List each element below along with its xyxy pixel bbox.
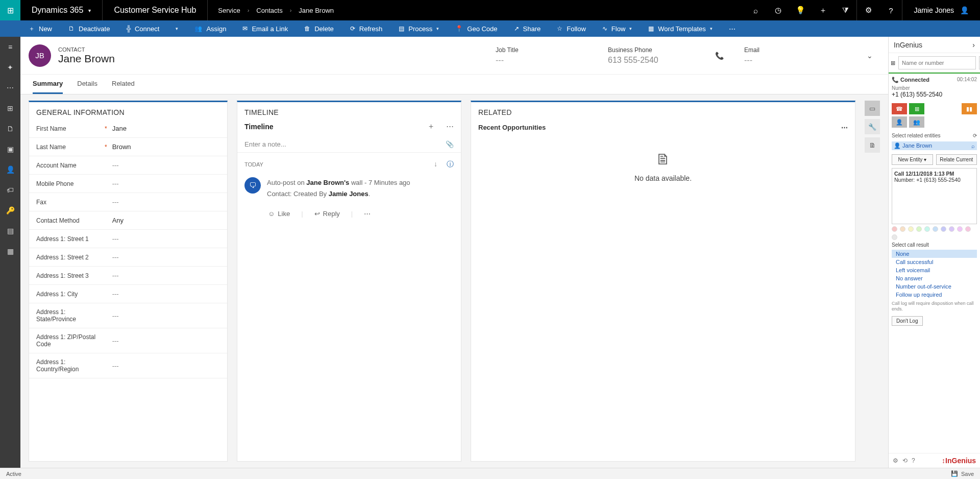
cmd-email-link[interactable]: ✉Email a Link: [234, 20, 296, 37]
connect-icon: ╬: [126, 25, 131, 32]
field-value[interactable]: Any: [112, 217, 124, 224]
breadcrumb-item[interactable]: Jane Brown: [299, 7, 334, 14]
cmd-flow[interactable]: ∿Flow▾: [594, 20, 640, 37]
task-icon[interactable]: ◷: [767, 0, 789, 20]
field-value[interactable]: ---: [112, 161, 119, 169]
call-result-option[interactable]: Left voicemail: [892, 266, 977, 274]
nav-item[interactable]: 🗋: [0, 118, 20, 139]
call-result-option[interactable]: Number out-of-service: [892, 282, 977, 291]
search-icon[interactable]: ⌕: [971, 143, 975, 149]
field-value[interactable]: ---: [112, 180, 119, 187]
nav-item[interactable]: 👤: [0, 159, 20, 180]
field-value[interactable]: Jane: [112, 125, 127, 132]
call-log[interactable]: Call 12/11/2018 1:13 PM Number: +1 (613)…: [892, 168, 977, 224]
field-value[interactable]: ---: [112, 337, 119, 345]
tab-details[interactable]: Details: [77, 80, 97, 94]
call-result-option[interactable]: Follow up required: [892, 291, 977, 299]
gear-icon[interactable]: ⚙: [893, 457, 898, 464]
field-value[interactable]: Brown: [112, 143, 131, 151]
cmd-connect-dropdown[interactable]: ▾: [167, 20, 186, 37]
field-value[interactable]: ---: [112, 312, 119, 320]
cmd-deactivate[interactable]: 🗋Deactivate: [60, 20, 118, 37]
conference-button[interactable]: 👥: [909, 116, 924, 128]
relate-current-button[interactable]: Relate Current: [936, 154, 977, 165]
call-result-option[interactable]: None: [892, 250, 977, 258]
filter-icon[interactable]: ⧩: [834, 0, 856, 20]
cmd-process[interactable]: ▤Process▾: [390, 20, 447, 37]
app-launcher-icon[interactable]: ⊞: [0, 0, 20, 20]
call-result-option[interactable]: Call successful: [892, 258, 977, 266]
like-button[interactable]: ☺Like: [268, 210, 290, 218]
nav-item[interactable]: ▤: [0, 221, 20, 241]
related-entity[interactable]: 👤 Jane Brown ⌕: [892, 141, 977, 150]
field-value[interactable]: ---: [112, 290, 119, 298]
field-value[interactable]: ---: [112, 198, 119, 206]
cmd-new[interactable]: ＋New: [20, 20, 60, 37]
nav-item[interactable]: 🏷: [0, 180, 20, 200]
tab-related[interactable]: Related: [112, 80, 135, 94]
cmd-word-templates[interactable]: ▦Word Templates▾: [640, 20, 720, 37]
dialpad-icon[interactable]: ⊞: [891, 60, 895, 66]
timeline-add[interactable]: ＋: [427, 122, 435, 131]
assist-tool[interactable]: 🗎: [865, 137, 880, 153]
hold-button[interactable]: ▮▮: [962, 103, 977, 114]
user-menu[interactable]: Jamie Jones 👤: [902, 0, 980, 20]
brand[interactable]: Dynamics 365 ▾: [20, 0, 102, 20]
nav-hamburger[interactable]: ≡: [0, 37, 20, 57]
cmd-geocode[interactable]: 📍Geo Code: [447, 20, 505, 37]
header-field-value[interactable]: ---: [744, 56, 846, 65]
lightbulb-icon[interactable]: 💡: [789, 0, 812, 20]
reply-button[interactable]: ↩Reply: [314, 210, 340, 218]
nav-item[interactable]: ⋯: [0, 78, 20, 98]
expand-icon[interactable]: ›: [972, 41, 975, 49]
field-value[interactable]: ---: [112, 362, 119, 370]
post-more[interactable]: ⋯: [364, 210, 371, 218]
assist-tool[interactable]: ▭: [865, 101, 880, 116]
assist-tool[interactable]: 🔧: [865, 119, 880, 134]
nav-item[interactable]: ▦: [0, 241, 20, 261]
help-icon[interactable]: ?: [879, 0, 902, 20]
related-more[interactable]: ⋯: [841, 124, 848, 131]
expand-header[interactable]: ⌄: [851, 52, 888, 60]
cmd-more[interactable]: ⋯: [721, 20, 744, 37]
field-value[interactable]: ---: [112, 272, 119, 279]
dial-input[interactable]: [898, 56, 976, 69]
dont-log-button[interactable]: Don't Log: [892, 316, 923, 326]
cmd-delete[interactable]: 🗑Delete: [296, 20, 342, 37]
nav-item[interactable]: 🔑: [0, 200, 20, 221]
field-value[interactable]: ---: [112, 235, 119, 243]
call-result-option[interactable]: No answer: [892, 274, 977, 282]
refresh-icon[interactable]: ⟳: [973, 133, 977, 138]
cmd-refresh[interactable]: ⟳Refresh: [342, 20, 391, 37]
cmd-assign[interactable]: 👥Assign: [186, 20, 234, 37]
phone-icon[interactable]: 📞: [715, 52, 724, 60]
hub-name[interactable]: Customer Service Hub: [103, 0, 207, 20]
hangup-button[interactable]: ☎: [892, 103, 907, 114]
transfer-button[interactable]: 👤: [892, 116, 907, 128]
note-input[interactable]: Enter a note...: [244, 140, 286, 148]
field-value[interactable]: ---: [112, 253, 119, 261]
new-entity-button[interactable]: New Entity ▾: [892, 154, 933, 165]
history-icon[interactable]: ⟲: [902, 457, 908, 464]
header-field-value[interactable]: ---: [496, 56, 598, 65]
save-button[interactable]: 💾 Save: [951, 470, 974, 477]
attachment-icon[interactable]: 📎: [446, 140, 454, 148]
nav-item[interactable]: ▣: [0, 139, 20, 159]
breadcrumb-item[interactable]: Service: [218, 7, 240, 14]
help-icon[interactable]: ?: [912, 457, 915, 464]
search-icon[interactable]: ⌕: [744, 0, 767, 20]
nav-item[interactable]: ✦: [0, 57, 20, 78]
info-icon[interactable]: ⓘ: [447, 160, 454, 169]
breadcrumb-item[interactable]: Contacts: [256, 7, 282, 14]
sort-icon[interactable]: ↓: [434, 160, 437, 169]
gear-icon[interactable]: ⚙: [857, 0, 879, 20]
header-field-value[interactable]: 613 555-2540: [608, 56, 710, 65]
add-icon[interactable]: ＋: [812, 0, 834, 20]
timeline-more[interactable]: ⋯: [446, 122, 454, 131]
nav-item[interactable]: ⊞: [0, 98, 20, 118]
cmd-share[interactable]: ↗Share: [506, 20, 549, 37]
cmd-follow[interactable]: ☆Follow: [549, 20, 594, 37]
tab-summary[interactable]: Summary: [33, 80, 63, 94]
cmd-connect[interactable]: ╬Connect: [118, 20, 167, 37]
keypad-button[interactable]: ⊞: [909, 103, 924, 114]
